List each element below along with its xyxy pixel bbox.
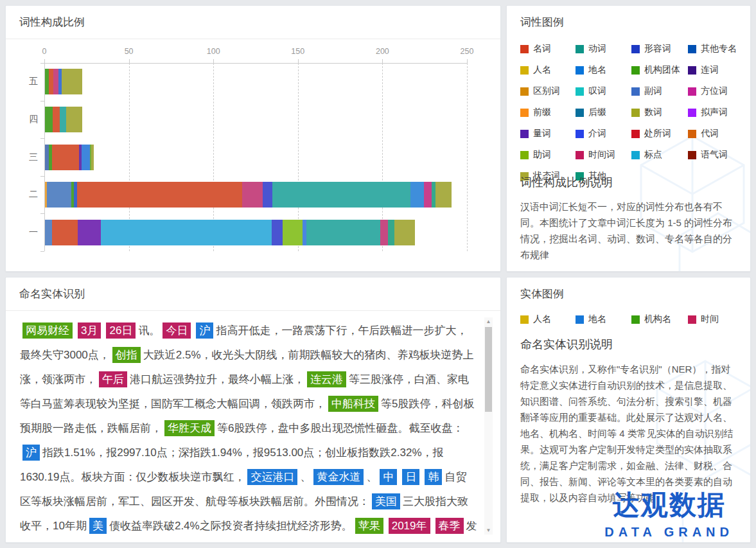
legend-label: 时间: [701, 314, 719, 325]
scrollbar-up-icon[interactable]: ▲: [484, 317, 493, 326]
bar-segment-状态词[interactable]: [435, 182, 451, 208]
y-tick-mark: [40, 176, 44, 177]
bar-segment-动词[interactable]: [60, 107, 66, 132]
entity-legend-item-机构名[interactable]: 机构名: [631, 314, 688, 325]
bar-segment-名词[interactable]: [77, 182, 242, 208]
pos-legend-item-标点[interactable]: 标点: [631, 149, 688, 161]
bar-segment-动词[interactable]: [272, 182, 410, 208]
pos-legend-item-名词[interactable]: 名词: [520, 43, 576, 55]
bar-segment-状态词[interactable]: [62, 69, 83, 94]
pos-legend-item-动词[interactable]: 动词: [576, 43, 631, 55]
entity-tag-loc: 交运港口: [247, 469, 297, 485]
bar-segment-介词[interactable]: [272, 220, 283, 245]
x-tick-label: 50: [125, 47, 134, 56]
entity-tag-time: 午后: [99, 371, 127, 387]
x-tick-label: 100: [207, 47, 220, 56]
entity-legend-item-时间[interactable]: 时间: [688, 314, 741, 325]
legend-color-chip: [688, 45, 696, 53]
legend-color-chip: [576, 87, 584, 96]
pos-legend-item-数词[interactable]: 数词: [631, 107, 688, 118]
pos-legend-item-代词[interactable]: 代词: [688, 128, 741, 139]
legend-label: 地名: [588, 314, 606, 325]
entity-tag-time: 2019年: [389, 518, 430, 534]
bar-segment-时间词[interactable]: [242, 182, 263, 208]
pos-legend-item-区别词[interactable]: 区别词: [520, 85, 576, 97]
bar-segment-时间词[interactable]: [380, 220, 388, 245]
entity-tag-time: 3月: [78, 323, 101, 339]
x-tick-mark: [44, 59, 45, 63]
bar-segment-方位词[interactable]: [424, 182, 432, 208]
legend-color-chip: [576, 130, 584, 138]
datagrand-logo: 达观数据 DATA GRAND: [604, 487, 734, 540]
pos-legend-item-方位词[interactable]: 方位词: [688, 85, 741, 97]
scrollbar-thumb[interactable]: [485, 327, 492, 412]
legend-color-chip: [520, 151, 529, 159]
bar-segment-副词[interactable]: [45, 220, 52, 245]
pos-legend-item-人名[interactable]: 人名: [520, 64, 576, 76]
entity-legend-item-地名[interactable]: 地名: [576, 314, 631, 325]
legend-label: 拟声词: [701, 107, 728, 118]
bar-segment-其他[interactable]: [432, 182, 436, 208]
legend-color-chip: [631, 151, 640, 159]
bar-segment-名词[interactable]: [49, 69, 53, 94]
bar-row-四: [45, 107, 82, 132]
bar-segment-动词[interactable]: [306, 220, 381, 245]
ner-scrollbar[interactable]: ▲ ▼: [484, 317, 493, 535]
legend-color-chip: [520, 130, 529, 138]
entity-tag-org: 创指: [112, 347, 141, 363]
pos-legend-item-连词[interactable]: 连词: [688, 64, 741, 76]
bar-segment-介词[interactable]: [263, 182, 272, 208]
bar-segment-名词[interactable]: [52, 145, 79, 170]
entity-legend-row: 人名地名机构名时间: [520, 314, 741, 325]
pos-legend-item-语气词[interactable]: 语气词: [688, 149, 741, 161]
bar-segment-其他[interactable]: [388, 220, 394, 245]
pos-legend-item-机构团体[interactable]: 机构团体: [631, 64, 688, 76]
legend-label: 动词: [588, 43, 606, 55]
entity-tag-org: 连云港: [307, 371, 346, 387]
x-axis-line: [44, 63, 467, 64]
pos-legend-item-副词[interactable]: 副词: [631, 85, 688, 97]
bar-segment-助词[interactable]: [283, 220, 303, 245]
bar-segment-地名[interactable]: [82, 145, 89, 170]
bar-segment-量词[interactable]: [78, 220, 101, 245]
entity-tag-org: 中船科技: [328, 396, 378, 412]
bar-segment-副词[interactable]: [47, 182, 72, 208]
legend-color-chip: [520, 315, 529, 324]
pos-legend-item-助词[interactable]: 助词: [520, 149, 576, 161]
pos-legend-item-介词[interactable]: 介词: [576, 128, 631, 139]
pos-legend-item-时间词[interactable]: 时间词: [576, 149, 631, 161]
pos-legend-item-处所词[interactable]: 处所词: [631, 128, 688, 139]
bar-segment-地名[interactable]: [410, 182, 425, 208]
bar-segment-名词[interactable]: [52, 220, 77, 245]
y-tick-mark: [40, 63, 44, 64]
pos-legend-item-量词[interactable]: 量词: [520, 128, 576, 139]
entity-tag-loc: 日: [402, 469, 419, 485]
pos-legend-item-叹词[interactable]: 叹词: [576, 85, 631, 97]
entity-legend-item-人名[interactable]: 人名: [520, 314, 576, 325]
entity-legend-title: 实体图例: [507, 278, 750, 311]
bar-segment-状态词[interactable]: [91, 145, 94, 170]
legend-label: 前缀: [533, 107, 551, 118]
pos-legend-item-前缀[interactable]: 前缀: [520, 107, 576, 118]
pos-legend-item-形容词[interactable]: 形容词: [631, 43, 688, 55]
legend-label: 量词: [533, 128, 551, 139]
bar-segment-时间词[interactable]: [53, 69, 58, 94]
entity-tag-org: 苹果: [355, 518, 383, 534]
ner-annotated-text: 网易财经3月26日讯。今日沪指高开低走，一路震荡下行，午后跌幅进一步扩大，最终失…: [20, 319, 477, 535]
bar-segment-机构团体[interactable]: [45, 107, 53, 132]
pos-legend-item-其他专名[interactable]: 其他专名: [688, 43, 741, 55]
bar-segment-状态词[interactable]: [394, 220, 415, 245]
legend-label: 机构团体: [644, 64, 680, 76]
nlp-demo-dashboard: { "pos_chart_card": { "title": "词性构成比例" …: [0, 0, 756, 548]
legend-label: 名词: [533, 43, 551, 55]
pos-legend-item-拟声词[interactable]: 拟声词: [688, 107, 741, 118]
legend-color-chip: [688, 87, 696, 96]
bar-segment-标点[interactable]: [101, 220, 272, 245]
bar-segment-状态词[interactable]: [66, 107, 82, 132]
pos-legend-item-地名[interactable]: 地名: [576, 64, 631, 76]
pos-legend-item-后缀[interactable]: 后缀: [576, 107, 631, 118]
pos-desc-title: 词性构成比例说明: [520, 175, 613, 190]
bar-segment-名词[interactable]: [53, 107, 60, 132]
scrollbar-down-icon[interactable]: ▼: [484, 526, 493, 535]
pos-composition-panel: 词性构成比例 050100150200250五四三二一: [5, 5, 501, 272]
